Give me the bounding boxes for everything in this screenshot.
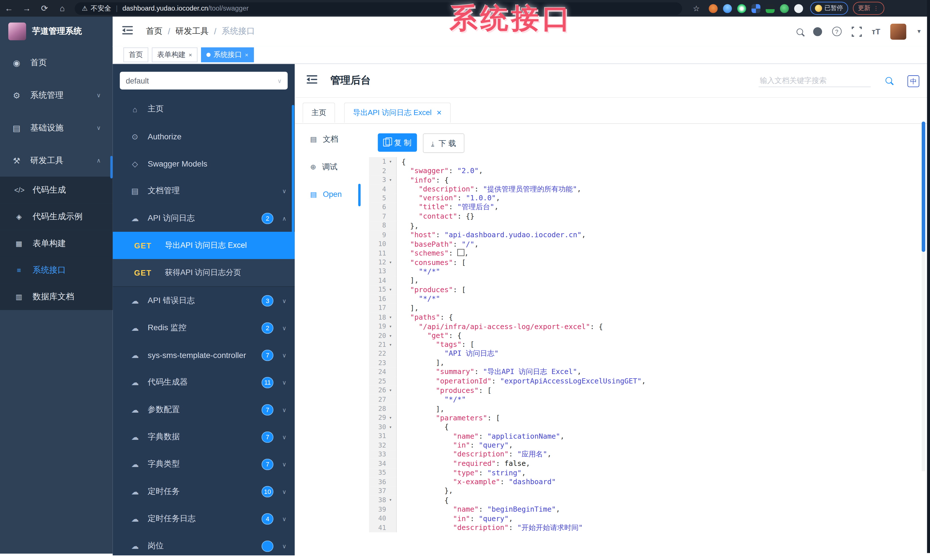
- breadcrumb-item[interactable]: 首页: [146, 26, 163, 37]
- api-group-item[interactable]: ◇Swagger Models: [113, 150, 295, 177]
- breadcrumb-item[interactable]: 研发工具: [176, 26, 209, 37]
- api-group-item[interactable]: ☁定时任务10∨: [113, 478, 295, 505]
- sidebar-item-研发工具[interactable]: ⚒研发工具∧: [0, 144, 113, 176]
- fold-toggle-icon[interactable]: ▾: [389, 331, 397, 340]
- api-group-item[interactable]: ☁参数配置7∨: [113, 396, 295, 423]
- code-text: "title": "管理后台",: [397, 202, 499, 212]
- api-group-item[interactable]: ▤文档管理∨: [113, 177, 295, 204]
- sidebar-item-数据库文档[interactable]: ▥数据库文档: [0, 283, 113, 310]
- api-group-item[interactable]: ⊙Authorize: [113, 123, 295, 150]
- fold-toggle-icon[interactable]: ▾: [389, 340, 397, 349]
- doc-tab-主页[interactable]: 主页: [302, 103, 335, 123]
- api-group-item[interactable]: ☁sys-sms-template-controller7∨: [113, 341, 295, 368]
- gear-icon: ⚙: [12, 91, 21, 100]
- close-icon[interactable]: ×: [189, 52, 192, 58]
- api-group-item[interactable]: ⌂主页: [113, 95, 295, 123]
- language-switch-icon[interactable]: 中: [907, 75, 919, 87]
- fold-toggle-icon[interactable]: ▾: [389, 313, 397, 322]
- fold-toggle-icon[interactable]: ▾: [389, 496, 397, 505]
- fold-toggle-icon[interactable]: ▾: [389, 422, 397, 431]
- fold-toggle-icon[interactable]: ▾: [389, 285, 397, 295]
- sidebar-item-系统管理[interactable]: ⚙系统管理∨: [0, 79, 113, 112]
- tag-view-tab[interactable]: 系统接口×: [201, 48, 254, 62]
- bookmark-star-icon[interactable]: ☆: [689, 4, 704, 12]
- sidebar-scrollbar-thumb[interactable]: [110, 156, 112, 179]
- sidebar-item-基础设施[interactable]: ▤基础设施∨: [0, 111, 113, 144]
- api-operation[interactable]: GET导出API 访问日志 Excel: [113, 232, 295, 259]
- doc-side-item-调试[interactable]: ⊕调试: [310, 162, 337, 173]
- doc-side-item-文档[interactable]: ▤文档: [310, 134, 338, 144]
- api-sidebar-scrollbar-thumb[interactable]: [292, 105, 294, 246]
- fold-toggle-icon[interactable]: ▾: [389, 157, 397, 166]
- breadcrumb-item[interactable]: 系统接口: [222, 26, 255, 37]
- extension-icon[interactable]: [751, 4, 761, 12]
- cloud-icon: ☁: [131, 542, 139, 550]
- fold-toggle-icon[interactable]: ▾: [389, 175, 397, 184]
- api-group-item[interactable]: ☁字典类型7∨: [113, 450, 295, 477]
- help-icon[interactable]: ?: [832, 27, 842, 36]
- code-line: 29▾ "parameters": [: [369, 413, 916, 422]
- close-icon[interactable]: ✕: [436, 109, 442, 117]
- api-group-item[interactable]: ☁定时任务日志4∨: [113, 505, 295, 532]
- browser-update-button[interactable]: 更新 ⋮: [853, 2, 884, 15]
- fold-toggle-icon[interactable]: ▾: [389, 386, 397, 395]
- fold-gutter: [389, 404, 397, 413]
- back-icon[interactable]: ←: [0, 3, 18, 13]
- tag-label: 表单构建: [157, 50, 186, 60]
- line-number: 26: [369, 386, 389, 395]
- doc-search-icon[interactable]: [885, 77, 892, 84]
- sidebar-item-系统接口[interactable]: ≡系统接口: [0, 257, 113, 283]
- github-icon[interactable]: [813, 27, 822, 36]
- fold-toggle-icon[interactable]: ▾: [389, 322, 397, 331]
- main-scrollbar-thumb[interactable]: [922, 121, 925, 252]
- tag-view-tab[interactable]: 首页: [123, 48, 148, 62]
- code-line: 20▾ "get": {: [369, 331, 916, 340]
- brand-header[interactable]: 芋道管理系统: [0, 17, 113, 46]
- doc-side-item-label: Open: [323, 190, 342, 199]
- fold-toggle-icon[interactable]: ▾: [389, 413, 397, 422]
- home-icon[interactable]: ⌂: [53, 3, 71, 13]
- extension-icon[interactable]: [737, 4, 746, 12]
- doc-side-item-Open[interactable]: ▤Open: [310, 190, 342, 199]
- api-group-item[interactable]: ☁API 访问日志2∧: [113, 205, 295, 232]
- chevron-down-icon[interactable]: ▼: [916, 28, 922, 34]
- fullscreen-icon[interactable]: [851, 26, 862, 36]
- fold-toggle-icon[interactable]: ▾: [389, 258, 397, 267]
- reload-icon[interactable]: ⟳: [35, 3, 53, 13]
- doc-search-input[interactable]: [759, 75, 871, 87]
- extension-icon[interactable]: [723, 4, 732, 12]
- font-size-icon[interactable]: тT: [872, 27, 881, 36]
- code-text: "contact": {}: [397, 212, 474, 221]
- address-bar[interactable]: ⚠ 不安全 | dashboard.yudao.iocoder.cn/tool/…: [75, 2, 682, 15]
- chevron-down-icon: ∨: [97, 124, 101, 131]
- avatar[interactable]: [890, 23, 906, 40]
- extension-icon[interactable]: [794, 4, 803, 12]
- sidebar-item-首页[interactable]: ◉首页: [0, 46, 113, 79]
- tag-view-tab[interactable]: 表单构建×: [152, 48, 197, 62]
- api-operation[interactable]: GET获得API 访问日志分页: [113, 259, 295, 287]
- api-group-item[interactable]: ☁API 错误日志3∨: [113, 287, 295, 314]
- close-icon[interactable]: ×: [245, 52, 248, 58]
- menu-dots-icon: ⋮: [873, 5, 879, 11]
- api-group-item[interactable]: ☁岗位∨: [113, 532, 295, 555]
- search-icon[interactable]: [796, 28, 803, 35]
- api-group-item[interactable]: ☁Redis 监控2∨: [113, 314, 295, 341]
- extension-icon[interactable]: [766, 4, 774, 12]
- code-editor[interactable]: 1▾{2 "swagger": "2.0",3▾ "info": {4 "des…: [369, 157, 916, 535]
- extension-icon[interactable]: [780, 4, 789, 12]
- group-select[interactable]: default ∨: [120, 72, 288, 90]
- copy-button[interactable]: 复 制: [378, 133, 417, 152]
- sidebar-item-代码生成示例[interactable]: ◈代码生成示例: [0, 204, 113, 230]
- download-button[interactable]: ↓ 下 载: [423, 133, 464, 153]
- api-group-item[interactable]: ☁字典数据7∨: [113, 423, 295, 450]
- paused-extension-pill[interactable]: 已暂停: [810, 2, 848, 15]
- extension-icon[interactable]: [709, 4, 718, 12]
- api-group-item[interactable]: ☁代码生成器11∨: [113, 368, 295, 396]
- sidebar-item-label: 数据库文档: [32, 291, 74, 302]
- collapse-sidebar-icon[interactable]: [122, 26, 133, 37]
- sidebar-item-表单构建[interactable]: ▦表单构建: [0, 230, 113, 257]
- sidebar-item-代码生成[interactable]: </>代码生成: [0, 176, 113, 203]
- doc-tab-导出API 访问日志 Excel[interactable]: 导出API 访问日志 Excel✕: [344, 103, 451, 123]
- collapse-doc-menu-icon[interactable]: [306, 75, 317, 86]
- forward-icon[interactable]: →: [18, 3, 35, 13]
